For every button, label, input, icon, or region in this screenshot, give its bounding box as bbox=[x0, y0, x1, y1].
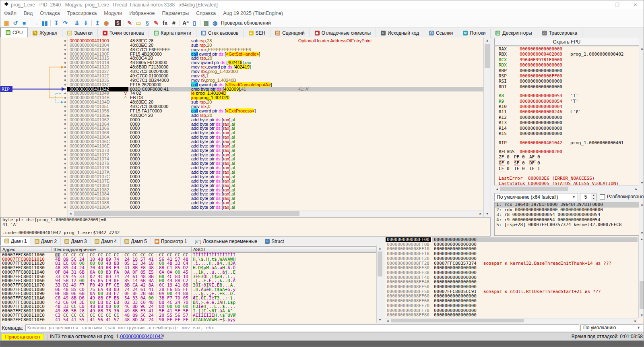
command-profile-select[interactable]: По умолчанию▼ bbox=[580, 324, 643, 331]
menu-item-вид[interactable]: Вид bbox=[20, 9, 37, 17]
register-row[interactable]: RDI0000000000000000 bbox=[495, 84, 639, 89]
close-button[interactable]: ✕ bbox=[626, 0, 644, 9]
tab-исходный-код[interactable]: ‹›Исходный код bbox=[376, 29, 424, 37]
register-row[interactable]: R120000000000000000 bbox=[495, 115, 639, 120]
tab-отладочные-символы[interactable]: ◆Отладочные символы bbox=[310, 29, 376, 37]
execute-till-return-button[interactable]: ↥ bbox=[93, 19, 102, 27]
arg-count-stepper[interactable]: ▲▼ bbox=[591, 193, 597, 201]
tab-потоки[interactable]: ≫Потоки bbox=[458, 29, 491, 37]
tab-заметки[interactable]: ▤Заметки bbox=[62, 29, 98, 37]
register-row[interactable]: R150000000000000000 bbox=[495, 131, 639, 136]
disasm-row[interactable]: 000000000040108A0000add byte ptr ds:[rax… bbox=[0, 205, 483, 210]
tab-ссылки[interactable]: ⊙Ссылки bbox=[424, 29, 458, 37]
register-row[interactable]: RSP000000000008FF00 bbox=[495, 73, 639, 79]
tab-точки-останова[interactable]: ●Точки останова bbox=[98, 29, 149, 37]
comments-button[interactable]: ▭ bbox=[134, 19, 143, 27]
tab-карта-памяти[interactable]: ▦Карта памяти bbox=[149, 29, 196, 37]
dump-tab-просмотр-1[interactable]: ◉Просмотр 1 bbox=[151, 237, 191, 245]
register-row[interactable]: RBX0000000000402000prog_1.0000000000402 bbox=[495, 52, 639, 57]
dump-tab-struct[interactable]: ⌗Struct bbox=[261, 237, 288, 245]
register-row[interactable]: R90000000000000054'T' bbox=[495, 99, 639, 104]
register-row[interactable]: RFLAGS0000000000000200 bbox=[495, 149, 639, 154]
call-argument-row[interactable]: 3: r8 0000000000000054 0000000000000054 bbox=[495, 212, 639, 218]
unlocked-checkbox[interactable] bbox=[600, 194, 605, 199]
register-row[interactable]: R100000000000000004 bbox=[495, 104, 639, 109]
update-check-button[interactable]: ◍ bbox=[211, 19, 219, 27]
stack-row[interactable]: 000000000008FF380000000000000000 bbox=[385, 270, 638, 275]
label-button[interactable]: # bbox=[169, 19, 178, 27]
last-status[interactable]: LastStatus C0000005 (STATUS_ACCESS_VIOLA… bbox=[495, 181, 639, 185]
menu-item-aug-19-2025-titanengine-[interactable]: Aug 19 2025 (TitanEngine) bbox=[219, 9, 287, 17]
register-row[interactable]: R140000000000000000 bbox=[495, 126, 639, 131]
fx-button[interactable]: fx bbox=[161, 19, 169, 27]
restart-button[interactable]: ↺ bbox=[11, 19, 20, 27]
dump-tab-дамп-5[interactable]: ▥Дамп 5 bbox=[121, 237, 151, 245]
stack-row[interactable]: 000000000008FF700000000000000000 bbox=[385, 303, 638, 308]
arguments-vscrollbar[interactable]: ▲ ▼ bbox=[640, 202, 644, 236]
call-argument-row[interactable]: 5: [rsp+28] 00007FFC80357374 kernel32.00… bbox=[495, 222, 639, 228]
menu-item-избранное[interactable]: Избранное bbox=[126, 9, 158, 17]
register-row[interactable]: RDX0000000000000000 bbox=[495, 62, 639, 68]
flags-row[interactable]: ZF0PF0AF0 bbox=[495, 154, 639, 160]
maximize-button[interactable]: ❐ bbox=[608, 0, 626, 9]
step-into-button[interactable]: ↧ bbox=[52, 19, 61, 27]
register-row[interactable]: RBP0000000000000000 bbox=[495, 68, 639, 73]
command-input[interactable]: Команды разделяются запятыми (как инстру… bbox=[25, 324, 579, 331]
open-file-button[interactable]: ▣ bbox=[2, 19, 11, 27]
stack-hscrollbar[interactable]: ◄ ► bbox=[385, 318, 638, 323]
calling-convention-select[interactable]: По умолчанию (x64 fastcall)▼ bbox=[494, 193, 578, 201]
modules-button[interactable]: ▯ bbox=[190, 19, 199, 27]
register-row[interactable]: R110000000000000246L'Ɇ' bbox=[495, 109, 639, 114]
dump-tab-дамп-4[interactable]: ▥Дамп 4 bbox=[91, 237, 121, 245]
pause-button[interactable]: ▮▮ bbox=[40, 19, 49, 27]
menu-item-отладка[interactable]: Отладка bbox=[36, 9, 63, 17]
menu-item-справка[interactable]: Справка bbox=[192, 9, 219, 17]
flags-row[interactable]: CF0TF0IF1 bbox=[495, 166, 639, 172]
stop-button[interactable]: ■ bbox=[20, 19, 29, 27]
breakpoint-address-link[interactable]: 0000000000401042 bbox=[120, 334, 163, 339]
tab-cpu[interactable]: ▦CPU bbox=[0, 27, 28, 37]
run-button[interactable]: → bbox=[31, 19, 40, 27]
register-row[interactable]: RIP0000000000401042prog_1.0000000000401 bbox=[495, 140, 639, 145]
step-over-button[interactable]: ↷ bbox=[61, 19, 70, 27]
tab-стек-вызовов[interactable]: ▣Стек вызовов bbox=[196, 29, 244, 37]
flags-row[interactable]: OF0SF0DF0 bbox=[495, 160, 639, 166]
last-error[interactable]: LastError 000003E6 (ERROR_NOACCESS) bbox=[495, 176, 639, 181]
stack-row[interactable]: 000000000008FF200000000000000000 bbox=[385, 256, 638, 261]
dump-tab-дамп-3[interactable]: ▥Дамп 3 bbox=[61, 237, 91, 245]
disassembly-vscrollbar[interactable]: ▲ ▼ bbox=[483, 37, 491, 217]
tab-сценарий[interactable]: ▤Сценарий bbox=[270, 29, 310, 37]
dump-tab-дамп-1[interactable]: ▥Дамп 1 bbox=[0, 236, 31, 245]
menu-item-файл[interactable]: Файл bbox=[0, 9, 20, 17]
call-argument-row[interactable]: 1: rcx 39640F39781F0000 39640F39781F0000 bbox=[495, 202, 639, 208]
run-to-user-code-button[interactable]: ◉ bbox=[102, 19, 111, 27]
minimize-button[interactable]: — bbox=[590, 0, 608, 9]
arg-count-input[interactable]: 5 bbox=[580, 193, 591, 201]
menu-item-модули[interactable]: Модули bbox=[100, 9, 126, 17]
registers-hscrollbar[interactable]: ◄ ► bbox=[494, 186, 639, 192]
register-row[interactable]: RSI0000000000000000 bbox=[495, 79, 639, 84]
seh-button[interactable]: S bbox=[115, 20, 121, 26]
tab-дескрипторы[interactable]: ▥Дескрипторы bbox=[491, 29, 537, 37]
register-row[interactable]: RAX0000000000000000 bbox=[495, 46, 639, 52]
calculator-button[interactable]: ▦ bbox=[202, 19, 211, 27]
menu-item-параметры[interactable]: Параметры bbox=[158, 9, 192, 17]
dump-tab-локальные-переменные[interactable]: [x=]Локальные переменные bbox=[191, 237, 262, 245]
trace-over-button[interactable]: ⇓ bbox=[81, 19, 90, 27]
hide-fpu-button[interactable]: Скрыть FPU bbox=[494, 38, 639, 46]
dump-vscrollbar[interactable]: ▲ ▼ bbox=[376, 245, 383, 323]
dump-row[interactable]: 00007FFC80D110F041 54 41 5541 56 41 5748… bbox=[0, 318, 376, 322]
update-check-label[interactable]: Проверка обновлений bbox=[221, 20, 271, 26]
attach-button[interactable]: § bbox=[143, 19, 152, 27]
tab-трассировка[interactable]: ∴Трассировка bbox=[537, 29, 583, 37]
preferences-button[interactable]: Aª bbox=[181, 19, 190, 27]
disassembly-hscrollbar[interactable]: ◄ ► bbox=[68, 210, 483, 217]
tab-журнал[interactable]: ✎Журнал bbox=[28, 29, 62, 37]
menu-item-трассировка[interactable]: Трассировка bbox=[64, 9, 101, 17]
register-row[interactable]: RCX39640F39781F0000 bbox=[495, 57, 639, 62]
patch-button[interactable]: ✎ bbox=[125, 19, 134, 27]
register-row[interactable]: R80000000000000054'T' bbox=[495, 93, 639, 98]
register-row[interactable]: R130000000000000000 bbox=[495, 120, 639, 125]
dump-tab-дамп-2[interactable]: ▥Дамп 2 bbox=[31, 237, 61, 245]
stack-row[interactable]: 000000000008FF500000000000000000 bbox=[385, 285, 638, 289]
